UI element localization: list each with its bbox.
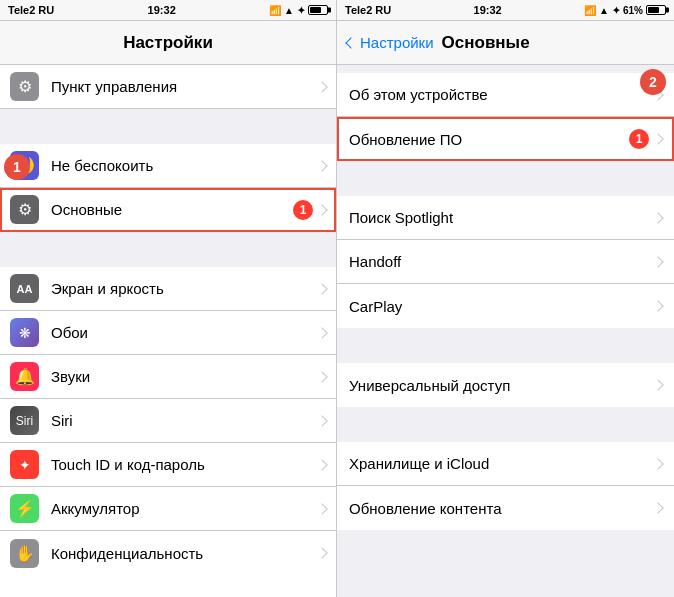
right-item-handoff[interactable]: Handoff (337, 240, 674, 284)
list-item-battery[interactable]: ⚡ Аккумулятор (0, 487, 336, 531)
wifi-icon-left: ▲ (284, 5, 294, 16)
chevron-display (316, 283, 327, 294)
wifi-icon-right: ▲ (599, 5, 609, 16)
siri-icon: Siri (10, 406, 39, 435)
list-item-dnd[interactable]: 🌙 Не беспокоить (0, 144, 336, 188)
bluetooth-icon-left: ✦ (297, 5, 305, 16)
battery-percent-right: 61% (623, 5, 643, 16)
right-item-storage[interactable]: Хранилище и iCloud (337, 442, 674, 486)
about-label: Об этом устройстве (349, 86, 654, 103)
list-item-sounds[interactable]: 🔔 Звуки (0, 355, 336, 399)
chevron-privacy (316, 547, 327, 558)
list-item-control[interactable]: ⚙ Пункт управления (0, 65, 336, 109)
chevron-wallpaper (316, 327, 327, 338)
general-icon: ⚙ (10, 195, 39, 224)
right-section-gap-3 (337, 328, 674, 363)
carplay-label: CarPlay (349, 298, 654, 315)
list-item-wallpaper[interactable]: ❋ Обои (0, 311, 336, 355)
chevron-carplay (652, 300, 663, 311)
right-nav-title: Основные (442, 33, 530, 53)
handoff-label: Handoff (349, 253, 654, 270)
chevron-accessibility (652, 379, 663, 390)
display-icon: AA (10, 274, 39, 303)
section-sep-2 (0, 232, 336, 267)
main-content: 1 Настройки ⚙ Пункт управления 🌙 Не бес (0, 20, 674, 597)
back-button[interactable]: Настройки (347, 34, 434, 51)
chevron-storage (652, 458, 663, 469)
right-item-about[interactable]: Об этом устройстве (337, 73, 674, 117)
chevron-control (316, 81, 327, 92)
privacy-icon: ✋ (10, 539, 39, 568)
left-panel: 1 Настройки ⚙ Пункт управления 🌙 Не бес (0, 21, 337, 597)
right-item-accessibility[interactable]: Универсальный доступ (337, 363, 674, 407)
signal-icon-right: 📶 (584, 5, 596, 16)
battery-icon-left (308, 5, 328, 15)
list-item-general[interactable]: ⚙ Основные 1 (0, 188, 336, 232)
status-icons-right: 📶 ▲ ✦ 61% (584, 5, 666, 16)
list-item-privacy[interactable]: ✋ Конфиденциальность (0, 531, 336, 575)
carrier-left: Tele2 RU (8, 4, 54, 16)
chevron-update (652, 133, 663, 144)
spotlight-label: Поиск Spotlight (349, 209, 654, 226)
dnd-label: Не беспокоить (51, 157, 318, 174)
chevron-general (316, 204, 327, 215)
right-panel: 2 Настройки Основные Об этом устройстве … (337, 21, 674, 597)
chevron-handoff (652, 256, 663, 267)
control-label: Пункт управления (51, 78, 318, 95)
list-item-touchid[interactable]: ✦ Touch ID и код-пароль (0, 443, 336, 487)
privacy-label: Конфиденциальность (51, 545, 318, 562)
list-item-display[interactable]: AA Экран и яркость (0, 267, 336, 311)
back-chevron-icon (345, 37, 356, 48)
wallpaper-label: Обои (51, 324, 318, 341)
right-nav-bar: Настройки Основные (337, 21, 674, 65)
battery-settings-icon: ⚡ (10, 494, 39, 523)
carrier-right: Tele2 RU (345, 4, 391, 16)
status-bar: Tele2 RU 19:32 📶 ▲ ✦ Tele2 RU 19:32 📶 ▲ … (0, 0, 674, 20)
touchid-icon: ✦ (10, 450, 39, 479)
right-item-bgrefresh[interactable]: Обновление контента (337, 486, 674, 530)
right-section-2: Поиск Spotlight Handoff CarPlay (337, 196, 674, 328)
time-right: 19:32 (474, 4, 502, 16)
left-nav-bar: Настройки (0, 21, 336, 65)
chevron-touchid (316, 459, 327, 470)
right-item-carplay[interactable]: CarPlay (337, 284, 674, 328)
wallpaper-icon: ❋ (10, 318, 39, 347)
time-left: 19:32 (148, 4, 176, 16)
display-label: Экран и яркость (51, 280, 318, 297)
right-section-gap-4 (337, 407, 674, 442)
chevron-dnd (316, 160, 327, 171)
right-section-4: Хранилище и iCloud Обновление контента (337, 442, 674, 530)
accessibility-label: Универсальный доступ (349, 377, 654, 394)
right-section-1: Об этом устройстве Обновление ПО 1 (337, 73, 674, 161)
update-label: Обновление ПО (349, 131, 629, 148)
back-label: Настройки (360, 34, 434, 51)
status-bar-left: Tele2 RU 19:32 📶 ▲ ✦ (0, 0, 337, 20)
touchid-label: Touch ID и код-пароль (51, 456, 318, 473)
chevron-bgrefresh (652, 502, 663, 513)
update-badge: 1 (629, 129, 649, 149)
siri-label: Siri (51, 412, 318, 429)
chevron-battery (316, 503, 327, 514)
general-label: Основные (51, 201, 293, 218)
right-section-gap-1 (337, 65, 674, 73)
right-section-3: Универсальный доступ (337, 363, 674, 407)
annotation-1: 1 (4, 154, 30, 180)
chevron-sounds (316, 371, 327, 382)
section-sep-1 (0, 109, 336, 144)
sounds-label: Звуки (51, 368, 318, 385)
annotation-2: 2 (640, 69, 666, 95)
right-section-gap-2 (337, 161, 674, 196)
bgrefresh-label: Обновление контента (349, 500, 654, 517)
status-bar-right: Tele2 RU 19:32 📶 ▲ ✦ 61% (337, 0, 674, 20)
chevron-spotlight (652, 212, 663, 223)
battery-label: Аккумулятор (51, 500, 318, 517)
chevron-siri (316, 415, 327, 426)
general-badge: 1 (293, 200, 313, 220)
battery-icon-right (646, 5, 666, 15)
list-item-siri[interactable]: Siri Siri (0, 399, 336, 443)
bluetooth-icon-right: ✦ (612, 5, 620, 16)
signal-icon-left: 📶 (269, 5, 281, 16)
right-item-update[interactable]: Обновление ПО 1 (337, 117, 674, 161)
right-item-spotlight[interactable]: Поиск Spotlight (337, 196, 674, 240)
status-icons-left: 📶 ▲ ✦ (269, 5, 328, 16)
